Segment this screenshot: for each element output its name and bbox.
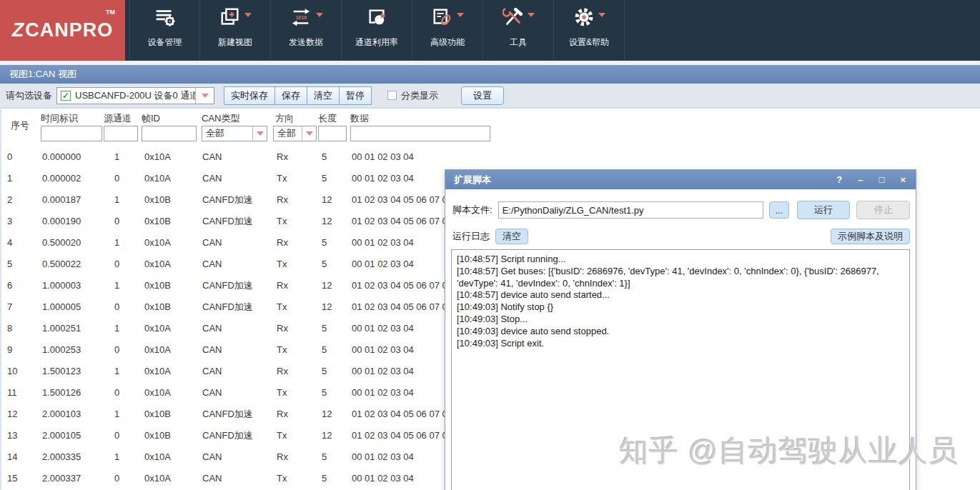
table-cell: 5: [322, 468, 327, 489]
device-checkbox[interactable]: ✓: [61, 91, 71, 101]
table-cell: 00 01 02 03 04: [352, 168, 414, 189]
table-cell: CAN: [202, 339, 222, 361]
table-cell: 5: [7, 254, 12, 275]
toolbar-item[interactable]: 通道利用率: [342, 0, 412, 61]
toolbar-item-label: 通道利用率: [355, 37, 398, 47]
browse-button[interactable]: ...: [769, 201, 789, 219]
table-cell: 00 01 02 03 04: [352, 146, 414, 168]
table-cell: 1.000003: [42, 275, 81, 296]
table-cell: 0x10B: [144, 425, 171, 446]
table-cell: 8: [7, 318, 12, 339]
table-cell: 5: [322, 146, 327, 168]
table-cell: 01 02 03 04 05 06 07 0: [352, 275, 447, 296]
table-cell: 11: [7, 382, 17, 404]
device-combobox-value: USBCANFD-200U 设备0 通道0: [75, 89, 195, 102]
data-filter-input[interactable]: [350, 126, 490, 141]
dialog-help-button[interactable]: ?: [836, 174, 842, 185]
toolbar-item[interactable]: 新建视图: [200, 0, 271, 61]
table-cell: 0x10B: [144, 189, 171, 211]
dropdown-arrow-icon: [257, 131, 264, 136]
table-cell: 2.000337: [42, 468, 81, 489]
table-cell: 01 02 03 04 05 06 07 0: [352, 211, 447, 232]
device-combobox-dropdown-button[interactable]: [195, 88, 214, 104]
toolbar-item[interactable]: 设置&帮助: [554, 0, 625, 61]
table-cell: Tx: [277, 168, 287, 189]
toolbar-items: 设备管理 新建视图 1010 发送数据: [129, 0, 625, 61]
table-cell: 00 01 02 03 04: [352, 339, 414, 361]
toolbar-item[interactable]: 工具: [483, 0, 554, 61]
channel-usage-icon: [366, 6, 387, 31]
classify-display-checkbox[interactable]: [387, 91, 397, 100]
realtime-save-button[interactable]: 实时保存: [224, 86, 275, 105]
timestamp-filter-input[interactable]: [41, 126, 102, 141]
dropdown-caret-icon: [244, 13, 252, 17]
table-cell: 0: [7, 146, 12, 168]
frame-id-filter-input[interactable]: [142, 126, 197, 141]
table-cell: CAN: [202, 318, 222, 339]
table-cell: Tx: [277, 254, 287, 275]
stop-button-disabled: 停止: [856, 201, 910, 219]
log-clear-button[interactable]: 清空: [495, 229, 528, 244]
settings-button[interactable]: 设置: [461, 86, 504, 105]
view-titlebar: 视图1:CAN 视图: [0, 65, 980, 84]
can-type-dropdown-button[interactable]: [252, 126, 267, 141]
col-header-data: 数据: [350, 112, 369, 125]
clear-button[interactable]: 清空: [307, 86, 340, 105]
direction-dropdown-button[interactable]: [302, 126, 316, 141]
table-row[interactable]: 00.00000010x10ACANRx500 01 02 03 04: [1, 146, 980, 168]
table-cell: 5: [322, 254, 327, 275]
example-script-button[interactable]: 示例脚本及说明: [831, 229, 910, 244]
table-cell: 0: [114, 211, 119, 232]
device-combobox[interactable]: ✓ USBCANFD-200U 设备0 通道0: [56, 87, 214, 104]
direction-filter-select[interactable]: 全部: [273, 126, 317, 141]
zcanpro-logo: ZCANPRO TM: [0, 0, 125, 61]
table-cell: 0.000002: [42, 168, 81, 189]
device-select-label: 请勾选设备: [6, 89, 52, 102]
dialog-close-button[interactable]: ×: [900, 174, 906, 185]
dialog-titlebar[interactable]: 扩展脚本 ? – □ ×: [445, 170, 916, 189]
toolbar-item[interactable]: 1010 发送数据: [271, 0, 342, 61]
table-cell: Tx: [277, 296, 287, 318]
table-cell: 12: [322, 211, 332, 232]
col-header-channel: 源通道: [104, 112, 132, 125]
table-cell: 0x10A: [144, 361, 171, 382]
channel-filter-input[interactable]: [104, 126, 138, 141]
device-manager-icon: [154, 6, 176, 31]
dialog-maximize-button[interactable]: □: [879, 174, 885, 185]
save-button[interactable]: 保存: [274, 86, 307, 105]
table-cell: 10: [7, 361, 17, 382]
table-cell: 0.500020: [42, 232, 81, 254]
table-cell: 12: [322, 189, 332, 211]
table-cell: CAN: [202, 254, 222, 275]
col-header-seq: 序号: [11, 119, 29, 132]
script-file-input[interactable]: [498, 201, 763, 219]
table-cell: CANFD加速: [202, 296, 253, 318]
can-type-filter-select[interactable]: 全部: [202, 126, 267, 141]
new-view-icon: [219, 6, 241, 31]
toolbar-item-label: 设置&帮助: [569, 37, 609, 47]
table-cell: 12: [7, 404, 17, 425]
table-cell: Tx: [277, 425, 287, 446]
table-cell: 1: [114, 232, 119, 254]
table-cell: CANFD加速: [202, 425, 253, 446]
toolbar-item[interactable]: 设备管理: [129, 0, 200, 61]
table-cell: 1: [7, 168, 12, 189]
table-cell: 0: [114, 468, 119, 489]
run-button[interactable]: 运行: [797, 201, 851, 219]
table-cell: 1: [114, 189, 119, 211]
pause-button[interactable]: 暂停: [339, 86, 372, 105]
table-cell: Tx: [277, 211, 287, 232]
table-cell: 01 02 03 04 05 06 07 0: [352, 189, 447, 211]
toolbar-item[interactable]: 高级功能: [412, 0, 483, 61]
logo-trademark: TM: [106, 9, 115, 16]
table-cell: CAN: [202, 361, 222, 382]
table-cell: 0x10A: [144, 232, 171, 254]
table-cell: 1.000005: [42, 296, 81, 318]
length-filter-input[interactable]: [318, 126, 347, 141]
table-cell: CAN: [202, 468, 222, 489]
table-cell: 12: [322, 275, 332, 296]
dialog-minimize-button[interactable]: –: [858, 174, 863, 185]
table-cell: CANFD加速: [202, 211, 253, 232]
table-cell: 0x10A: [144, 446, 171, 468]
toolbar-item-label: 发送数据: [289, 37, 323, 47]
